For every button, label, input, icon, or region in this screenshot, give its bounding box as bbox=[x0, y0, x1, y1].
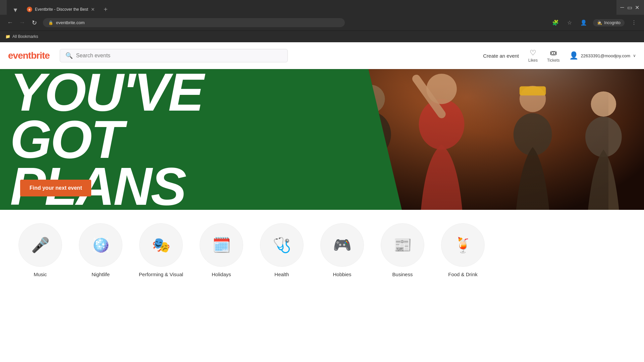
svg-point-6 bbox=[520, 86, 546, 112]
category-item-music[interactable]: 🎤Music bbox=[13, 223, 67, 277]
bookmarks-bar: 📁 All Bookmarks bbox=[0, 31, 644, 42]
active-tab[interactable]: e Eventbrite - Discover the Best ✕ bbox=[22, 4, 100, 15]
url-text: eventbrite.com bbox=[56, 20, 339, 25]
category-icon-food-drink: 🍹 bbox=[441, 223, 485, 267]
logo-text: eventbrite bbox=[8, 50, 50, 61]
header-right: Create an event ♡ Likes 🎟 Tickets 👤 2263… bbox=[483, 49, 636, 63]
browser-chrome: ▼ e Eventbrite - Discover the Best ✕ + ─… bbox=[0, 0, 644, 42]
svg-point-10 bbox=[585, 117, 622, 157]
search-icon: 🔍 bbox=[65, 52, 73, 59]
hero-title-line1: YOU'VE bbox=[10, 69, 203, 116]
category-icon-hobbies: 🎮 bbox=[320, 223, 364, 267]
category-label-hobbies: Hobbies bbox=[333, 272, 351, 277]
likes-icon: ♡ bbox=[530, 49, 536, 57]
nav-buttons: ← → ↻ bbox=[5, 18, 39, 27]
browser-titlebar: ▼ e Eventbrite - Discover the Best ✕ + ─… bbox=[0, 0, 644, 15]
category-item-holidays[interactable]: 🗓️Holidays bbox=[195, 223, 248, 277]
tab-dropdown-button[interactable]: ▼ bbox=[11, 5, 20, 15]
category-item-performing-visual[interactable]: 🎭Performing & Visual bbox=[134, 223, 188, 277]
user-email: 22633391@moodjoy.com bbox=[581, 53, 630, 58]
category-item-health[interactable]: 🩺Health bbox=[255, 223, 309, 277]
site-header: eventbrite 🔍 Create an event ♡ Likes 🎟 T… bbox=[0, 42, 644, 69]
category-icon-music: 🎤 bbox=[18, 223, 62, 267]
incognito-label: Incognito bbox=[604, 20, 621, 25]
svg-point-2 bbox=[419, 99, 465, 149]
svg-point-8 bbox=[514, 113, 552, 156]
category-item-business[interactable]: 📰Business bbox=[376, 223, 429, 277]
browser-actions: 🧩 ☆ 👤 🕵️ Incognito ⋮ bbox=[551, 18, 639, 27]
categories-section: 🎤Music🪩Nightlife🎭Performing & Visual🗓️Ho… bbox=[0, 210, 644, 284]
category-icon-holidays: 🗓️ bbox=[200, 223, 243, 267]
incognito-badge: 🕵️ Incognito bbox=[593, 19, 625, 26]
lock-icon: 🔒 bbox=[48, 20, 53, 25]
category-label-holidays: Holidays bbox=[212, 272, 231, 277]
tickets-button[interactable]: 🎟 Tickets bbox=[547, 49, 560, 63]
bookmarks-folder-icon: 📁 bbox=[5, 34, 10, 39]
back-button[interactable]: ← bbox=[5, 18, 15, 27]
incognito-icon: 🕵️ bbox=[597, 20, 602, 25]
user-icon: 👤 bbox=[569, 51, 578, 60]
new-tab-button[interactable]: + bbox=[101, 5, 110, 14]
maximize-button[interactable]: ▭ bbox=[627, 4, 633, 10]
svg-point-9 bbox=[591, 92, 616, 117]
find-event-button[interactable]: Find your next event bbox=[20, 180, 91, 196]
bookmarks-label: All Bookmarks bbox=[12, 34, 38, 39]
all-bookmarks-item[interactable]: 📁 All Bookmarks bbox=[5, 34, 38, 39]
hero-title-line2: GOT bbox=[10, 116, 203, 163]
search-bar[interactable]: 🔍 bbox=[60, 49, 288, 62]
menu-button[interactable]: ⋮ bbox=[629, 18, 639, 27]
forward-button[interactable]: → bbox=[17, 18, 27, 27]
svg-point-3 bbox=[426, 74, 457, 104]
tab-title: Eventbrite - Discover the Best bbox=[35, 7, 88, 12]
minimize-button[interactable]: ─ bbox=[619, 4, 625, 10]
address-bar: ← → ↻ 🔒 eventbrite.com 🧩 ☆ 👤 🕵️ Incognit… bbox=[0, 15, 644, 31]
svg-rect-7 bbox=[520, 86, 546, 96]
refresh-button[interactable]: ↻ bbox=[30, 18, 39, 27]
category-icon-business: 📰 bbox=[381, 223, 424, 267]
tab-close-button[interactable]: ✕ bbox=[91, 7, 95, 12]
category-label-business: Business bbox=[392, 272, 413, 277]
category-item-nightlife[interactable]: 🪩Nightlife bbox=[74, 223, 127, 277]
tab-favicon: e bbox=[27, 7, 32, 12]
svg-line-11 bbox=[416, 79, 441, 114]
tickets-label: Tickets bbox=[547, 58, 560, 63]
logo[interactable]: eventbrite bbox=[8, 50, 50, 61]
bookmark-button[interactable]: ☆ bbox=[565, 18, 574, 27]
category-label-food-drink: Food & Drink bbox=[448, 272, 478, 277]
window-controls-right: ─ ▭ ✕ bbox=[619, 4, 640, 10]
category-item-hobbies[interactable]: 🎮Hobbies bbox=[315, 223, 369, 277]
category-label-health: Health bbox=[274, 272, 289, 277]
likes-button[interactable]: ♡ Likes bbox=[528, 49, 538, 63]
category-label-performing-visual: Performing & Visual bbox=[139, 272, 183, 277]
user-section[interactable]: 👤 22633391@moodjoy.com ∨ bbox=[569, 51, 636, 60]
category-icon-health: 🩺 bbox=[260, 223, 304, 267]
category-label-music: Music bbox=[34, 272, 47, 277]
category-icon-performing-visual: 🎭 bbox=[139, 223, 183, 267]
category-item-food-drink[interactable]: 🍹Food & Drink bbox=[436, 223, 490, 277]
category-label-nightlife: Nightlife bbox=[92, 272, 110, 277]
hero-section: YOU'VE GOT PLANS Find your next event bbox=[0, 69, 644, 210]
categories-grid: 🎤Music🪩Nightlife🎭Performing & Visual🗓️Ho… bbox=[13, 223, 631, 277]
search-input[interactable] bbox=[76, 53, 282, 59]
url-bar[interactable]: 🔒 eventbrite.com bbox=[43, 18, 345, 27]
category-icon-nightlife: 🪩 bbox=[79, 223, 122, 267]
profile-button[interactable]: 👤 bbox=[579, 18, 588, 27]
user-chevron-icon: ∨ bbox=[633, 53, 636, 58]
tickets-icon: 🎟 bbox=[550, 49, 557, 57]
create-event-button[interactable]: Create an event bbox=[483, 53, 519, 59]
close-window-button[interactable]: ✕ bbox=[634, 4, 640, 10]
browser-tabs: ▼ e Eventbrite - Discover the Best ✕ + bbox=[7, 0, 616, 15]
likes-label: Likes bbox=[528, 58, 538, 63]
extensions-button[interactable]: 🧩 bbox=[551, 18, 560, 27]
